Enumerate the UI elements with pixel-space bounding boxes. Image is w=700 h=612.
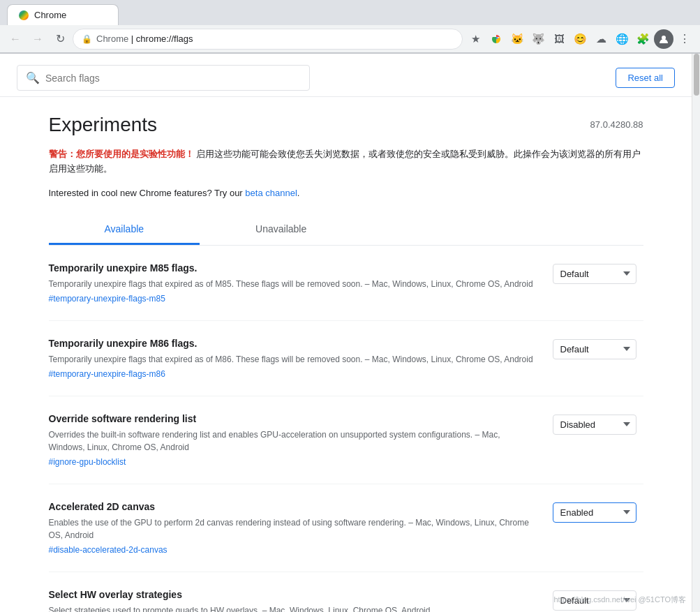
cat-icon[interactable]: 🐱: [507, 29, 527, 49]
warning-box: 警告：您所要使用的是实验性功能！ 启用这些功能可能会致使您丢失浏览数据，或者致使…: [49, 147, 643, 177]
beta-channel-link[interactable]: beta channel: [245, 188, 297, 198]
flag-info: Select HW overlay strategies Select stra…: [49, 589, 539, 612]
flag-item-flag-5: Select HW overlay strategies Select stra…: [49, 572, 643, 612]
flag-select-flag-3[interactable]: DefaultEnabledDisabled: [553, 415, 636, 435]
flag-select-flag-4[interactable]: DefaultEnabledDisabled: [553, 502, 636, 523]
flag-desc: Overrides the built-in software renderin…: [49, 428, 539, 454]
flag-link[interactable]: #ignore-gpu-blocklist: [49, 457, 126, 467]
more-menu-button[interactable]: ⋮: [675, 29, 694, 49]
flag-control: DefaultEnabledDisabled: [553, 338, 643, 359]
version-text: 87.0.4280.88: [590, 119, 643, 130]
profile-avatar[interactable]: [654, 29, 673, 49]
warning-red-text: 警告：您所要使用的是实验性功能！: [49, 149, 194, 159]
bookmark-icon[interactable]: ★: [466, 29, 485, 49]
flag-select-flag-2[interactable]: DefaultEnabledDisabled: [553, 339, 636, 359]
separator: |: [128, 33, 136, 44]
flag-info: Accelerated 2D canvas Enables the use of…: [49, 501, 539, 555]
address-text: Chrome | chrome://flags: [96, 33, 454, 44]
search-input-wrapper: 🔍: [17, 65, 310, 91]
beta-intro: Interested in cool new Chrome features? …: [49, 188, 246, 198]
address-bar[interactable]: 🔒 Chrome | chrome://flags: [73, 29, 463, 50]
experiments-header: Experiments 87.0.4280.88: [49, 114, 643, 136]
lock-icon: 🔒: [82, 34, 92, 44]
flag-control: DefaultEnabledDisabled: [553, 501, 643, 523]
page-content: 🔍 Reset all Experiments 87.0.4280.88 警告：…: [0, 54, 700, 612]
flag-item-flag-2: Temporarily unexpire M86 flags. Temporar…: [49, 321, 643, 396]
cloud-icon[interactable]: ☁: [591, 29, 611, 49]
active-tab[interactable]: Chrome: [7, 4, 119, 25]
search-icon: 🔍: [26, 71, 40, 84]
refresh-button[interactable]: ↻: [50, 29, 70, 49]
flag-title: Select HW overlay strategies: [49, 589, 539, 600]
flag-link[interactable]: #temporary-unexpire-flags-m85: [49, 294, 165, 304]
nav-bar: ← → ↻ 🔒 Chrome | chrome://flags ★ 🐱 🐺 🖼: [0, 25, 700, 53]
flag-desc: Temporarily unexpire flags that expired …: [49, 278, 539, 290]
flag-desc: Enables the use of the GPU to perform 2d…: [49, 516, 539, 542]
flag-select-flag-1[interactable]: DefaultEnabledDisabled: [553, 264, 636, 284]
browser-chrome: Chrome ← → ↻ 🔒 Chrome | chrome://flags ★…: [0, 0, 700, 54]
globe-icon[interactable]: 🌐: [612, 29, 632, 49]
flag-info: Temporarily unexpire M85 flags. Temporar…: [49, 262, 539, 304]
tabs-container: Available Unavailable: [49, 215, 643, 246]
tab-favicon: [19, 10, 29, 20]
flag-link[interactable]: #disable-accelerated-2d-canvas: [49, 545, 167, 555]
reset-all-button[interactable]: Reset all: [616, 68, 675, 88]
flag-control: DefaultEnabledDisabled: [553, 262, 643, 284]
tab-unavailable[interactable]: Unavailable: [200, 215, 362, 245]
flag-item-flag-1: Temporarily unexpire M85 flags. Temporar…: [49, 246, 643, 321]
beta-end: .: [297, 188, 300, 198]
extension-icon[interactable]: 🧩: [633, 29, 653, 49]
flag-info: Temporarily unexpire M86 flags. Temporar…: [49, 338, 539, 379]
scrollbar-track[interactable]: [692, 54, 700, 612]
site-name: Chrome: [96, 33, 128, 44]
flag-link[interactable]: #temporary-unexpire-flags-m86: [49, 369, 165, 379]
chrome-icon-btn[interactable]: [486, 29, 506, 49]
url-text: chrome://flags: [136, 33, 193, 44]
beta-channel-text: Interested in cool new Chrome features? …: [49, 188, 643, 198]
wolf-icon[interactable]: 🐺: [528, 29, 548, 49]
flag-desc: Temporarily unexpire flags that expired …: [49, 353, 539, 366]
flag-title: Accelerated 2D canvas: [49, 501, 539, 512]
tab-label: Chrome: [34, 10, 66, 20]
scrollbar-thumb[interactable]: [694, 54, 699, 96]
emoji-icon[interactable]: 😊: [570, 29, 590, 49]
flag-item-flag-3: Override software rendering list Overrid…: [49, 396, 643, 484]
flag-desc: Select strategies used to promote quads …: [49, 604, 539, 612]
tab-available[interactable]: Available: [49, 215, 200, 245]
flag-item-flag-4: Accelerated 2D canvas Enables the use of…: [49, 484, 643, 572]
search-bar-container: 🔍 Reset all: [0, 54, 692, 97]
flag-title: Override software rendering list: [49, 413, 539, 424]
tab-bar: Chrome: [0, 0, 700, 25]
back-button[interactable]: ←: [6, 29, 25, 49]
flag-title: Temporarily unexpire M85 flags.: [49, 262, 539, 274]
flags-list: Temporarily unexpire M85 flags. Temporar…: [49, 246, 643, 612]
main-scroll-area[interactable]: 🔍 Reset all Experiments 87.0.4280.88 警告：…: [0, 54, 692, 612]
flag-info: Override software rendering list Overrid…: [49, 413, 539, 467]
image-icon[interactable]: 🖼: [549, 29, 569, 49]
experiments-content: Experiments 87.0.4280.88 警告：您所要使用的是实验性功能…: [32, 97, 660, 612]
browser-nav-icons: ★ 🐱 🐺 🖼 😊 ☁ 🌐 🧩: [466, 29, 694, 49]
flag-title: Temporarily unexpire M86 flags.: [49, 338, 539, 349]
page-title: Experiments: [49, 114, 158, 136]
flag-control: DefaultEnabledDisabled: [553, 413, 643, 435]
watermark: https://blog.csdn.net/wei @51CTO博客: [554, 595, 687, 605]
forward-button[interactable]: →: [28, 29, 47, 49]
search-input[interactable]: [45, 73, 301, 84]
